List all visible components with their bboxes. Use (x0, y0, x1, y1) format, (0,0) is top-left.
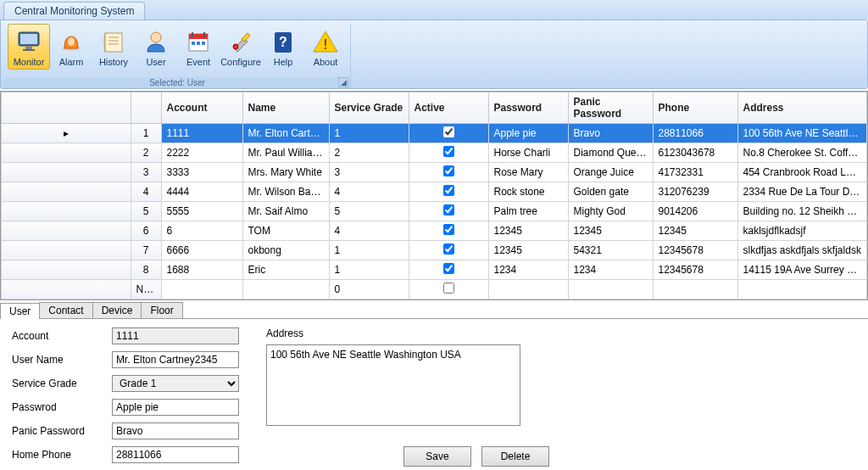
cell-address[interactable]: 14115 19A Ave Surrey BC Canada (737, 260, 867, 280)
cell-phone[interactable] (653, 280, 737, 299)
cell-name[interactable]: Mr. Paul Williams (242, 143, 329, 163)
cell-panic[interactable] (568, 280, 653, 299)
user-name-field[interactable] (112, 351, 239, 368)
active-row-checkbox[interactable] (443, 146, 454, 157)
save-button[interactable]: Save (403, 446, 471, 467)
table-row[interactable]: 66TOM4123451234512345kaklsjdflkadsjf (2, 221, 867, 241)
user-button[interactable]: User (135, 24, 177, 70)
cell-grade[interactable]: 0 (329, 280, 409, 299)
col-panic[interactable]: Panic Password (568, 92, 653, 124)
cell-address[interactable]: Building no. 12 Sheikh Zayed Road. Dubai… (737, 202, 867, 221)
cell-active[interactable] (409, 163, 488, 182)
panic-password-field[interactable] (112, 422, 239, 439)
alarm-button[interactable]: Alarm (50, 24, 92, 70)
cell-address[interactable]: 2334 Rue De La Tour D' Auvergne Paris 75… (737, 182, 867, 202)
cell-name[interactable]: okbong (242, 241, 329, 260)
col-password[interactable]: Password (488, 92, 568, 124)
cell-panic[interactable]: Golden gate (568, 182, 653, 202)
cell-account[interactable]: 2222 (161, 143, 242, 163)
history-button[interactable]: History (92, 24, 135, 70)
cell-address[interactable] (737, 280, 867, 299)
tab-contact[interactable]: Contact (39, 302, 92, 318)
cell-name[interactable]: Mrs. Mary White (242, 163, 329, 182)
cell-address[interactable]: kaklsjdflkadsjf (737, 221, 867, 241)
cell-password[interactable]: Rock stone (488, 182, 568, 202)
cell-account[interactable]: 3333 (161, 163, 242, 182)
cell-grade[interactable]: 4 (329, 182, 409, 202)
cell-name[interactable]: TOM (242, 221, 329, 241)
cell-account[interactable]: 4444 (161, 182, 242, 202)
col-address[interactable]: Address (737, 92, 867, 124)
cell-panic[interactable]: Diamond Queen (568, 143, 653, 163)
cell-address[interactable]: 454 Cranbrook Road London IG2 6LL UK (737, 163, 867, 182)
cell-password[interactable]: 12345 (488, 241, 568, 260)
cell-account[interactable]: 5555 (161, 202, 242, 221)
table-row[interactable]: 44444Mr. Wilson Baptiste4Rock stoneGolde… (2, 182, 867, 202)
cell-phone[interactable]: 28811066 (653, 124, 737, 143)
active-row-checkbox[interactable] (443, 204, 454, 215)
service-grade-select[interactable]: Grade 1 (112, 375, 239, 392)
home-phone-field[interactable] (112, 446, 239, 463)
active-row-checkbox[interactable] (443, 263, 454, 274)
cell-phone[interactable]: 12345678 (653, 260, 737, 280)
cell-address[interactable]: slkdfjas askdfjals skfjaldsk (737, 241, 867, 260)
table-row[interactable]: 33333Mrs. Mary White3Rose MaryOrange Jui… (2, 163, 867, 182)
table-row[interactable]: ▸11111Mr. Elton Cartney...1Apple pieBrav… (2, 124, 867, 143)
cell-name[interactable] (242, 280, 329, 299)
cell-account[interactable]: 1111 (161, 124, 242, 143)
cell-panic[interactable]: 54321 (568, 241, 653, 260)
cell-panic[interactable]: Bravo (568, 124, 653, 143)
data-grid[interactable]: Account Name Service Grade Active Passwo… (0, 91, 868, 300)
active-row-checkbox[interactable] (443, 224, 454, 235)
cell-panic[interactable]: Mighty God (568, 202, 653, 221)
cell-account[interactable] (161, 280, 242, 299)
col-phone[interactable]: Phone (653, 92, 737, 124)
cell-active[interactable] (409, 202, 488, 221)
cell-password[interactable]: Apple pie (488, 124, 568, 143)
event-button[interactable]: Event (177, 24, 220, 70)
table-row-new[interactable]: New0 (2, 280, 867, 299)
monitor-button[interactable]: Monitor (8, 24, 50, 70)
cell-grade[interactable]: 3 (329, 163, 409, 182)
active-row-checkbox[interactable] (443, 185, 454, 196)
cell-active[interactable] (409, 182, 488, 202)
active-row-checkbox[interactable] (443, 283, 454, 294)
address-field[interactable]: 100 56th Ave NE Seattle Washington USA (266, 344, 520, 426)
cell-active[interactable] (409, 143, 488, 163)
table-row[interactable]: 55555Mr. Saif Almo5Palm treeMighty God90… (2, 202, 867, 221)
cell-account[interactable]: 1688 (161, 260, 242, 280)
active-row-checkbox[interactable] (443, 165, 454, 176)
tab-device[interactable]: Device (92, 302, 142, 318)
cell-grade[interactable]: 5 (329, 202, 409, 221)
cell-grade[interactable]: 4 (329, 221, 409, 241)
cell-active[interactable] (409, 280, 488, 299)
cell-address[interactable]: No.8 Cherokee St. Coffeyville Kansas USA (737, 143, 867, 163)
table-row[interactable]: 22222Mr. Paul Williams2Horse CharliDiamo… (2, 143, 867, 163)
configure-button[interactable]: Configure (220, 24, 262, 70)
cell-address[interactable]: 100 56th Ave NE Seattle Washington USA (737, 124, 867, 143)
help-button[interactable]: ? Help (262, 24, 304, 70)
cell-password[interactable]: Rose Mary (488, 163, 568, 182)
ribbon-expand-icon[interactable]: ◢ (338, 77, 348, 87)
cell-panic[interactable]: 1234 (568, 260, 653, 280)
cell-account[interactable]: 6666 (161, 241, 242, 260)
cell-phone[interactable]: 12345678 (653, 241, 737, 260)
cell-grade[interactable]: 1 (329, 124, 409, 143)
cell-active[interactable] (409, 241, 488, 260)
cell-active[interactable] (409, 124, 488, 143)
cell-name[interactable]: Mr. Saif Almo (242, 202, 329, 221)
cell-panic[interactable]: 12345 (568, 221, 653, 241)
table-row[interactable]: 81688Eric1123412341234567814115 19A Ave … (2, 260, 867, 280)
cell-account[interactable]: 6 (161, 221, 242, 241)
col-grade[interactable]: Service Grade (329, 92, 409, 124)
cell-password[interactable]: Palm tree (488, 202, 568, 221)
app-title-tab[interactable]: Central Monitoring System (3, 2, 145, 20)
col-account[interactable]: Account (161, 92, 242, 124)
cell-grade[interactable]: 1 (329, 260, 409, 280)
cell-name[interactable]: Mr. Elton Cartney... (242, 124, 329, 143)
cell-phone[interactable]: 9014206 (653, 202, 737, 221)
cell-phone[interactable]: 6123043678 (653, 143, 737, 163)
cell-panic[interactable]: Orange Juice (568, 163, 653, 182)
cell-active[interactable] (409, 260, 488, 280)
cell-password[interactable]: Horse Charli (488, 143, 568, 163)
